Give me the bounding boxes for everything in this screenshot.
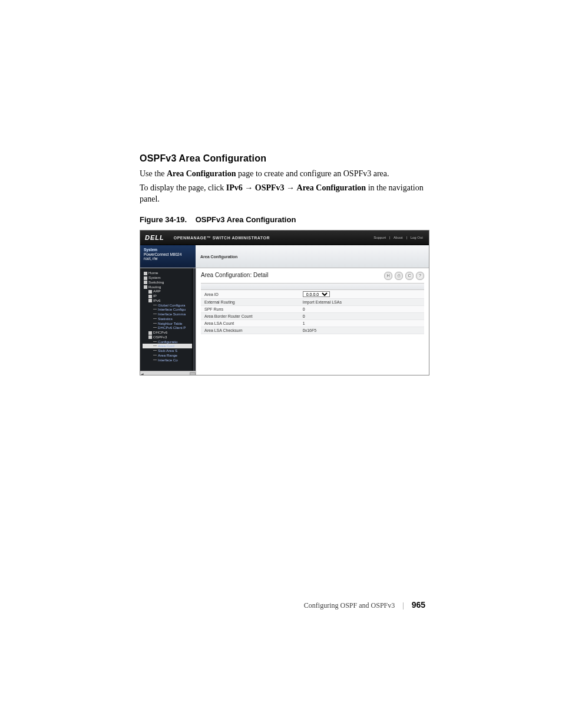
sidebar-item-label: Home — [148, 271, 158, 275]
arrow-icon: → — [285, 183, 297, 192]
tree-leaf-icon — [153, 345, 157, 346]
scroll-right-icon[interactable] — [190, 372, 196, 375]
brand-logo: DELL — [145, 234, 164, 241]
footer-separator: | — [402, 601, 404, 610]
tree-node-icon — [144, 285, 147, 289]
tree-node-icon — [148, 331, 152, 335]
sidebar-item[interactable]: IP — [143, 294, 196, 298]
system-label: System — [144, 248, 192, 252]
sidebar-item[interactable]: Interface Summa — [143, 312, 196, 317]
sidebar-item[interactable]: Switching — [143, 280, 196, 285]
tree-leaf-icon — [153, 327, 157, 328]
page-footer: Configuring OSPF and OSPFv3 | 965 — [0, 600, 562, 610]
figure-caption: Figure 34-19. OSPFv3 Area Configuration — [140, 215, 428, 224]
link-support[interactable]: Support — [373, 236, 386, 239]
sidebar-item-label: DHCPv6 — [153, 330, 167, 334]
row-label: Area LSA Checksum — [201, 327, 299, 334]
row-value: 0.0.0.0 — [299, 290, 424, 299]
area-id-select[interactable]: 0.0.0.0 — [303, 291, 330, 297]
table-row: Area ID0.0.0.0 — [201, 290, 424, 299]
sidebar-item[interactable]: OSPFv3 — [143, 335, 196, 340]
nav-b1: IPv6 — [226, 183, 243, 192]
row-label: Area LSA Count — [201, 320, 299, 327]
sidebar-item-label: Stub Area S — [158, 348, 177, 353]
sidebar-item[interactable]: Stub Area S — [143, 348, 196, 353]
sidebar-item[interactable]: DHCPv6 — [143, 330, 196, 335]
sidebar-item-label: Neighbor Table — [158, 321, 183, 325]
row-label: Area ID — [201, 290, 299, 299]
intro-paragraph: Use the Area Configuration page to creat… — [140, 169, 428, 179]
sidebar-item[interactable]: Configuratio — [143, 340, 196, 344]
refresh-button[interactable]: C — [405, 272, 414, 280]
scroll-left-icon[interactable]: ◀ — [141, 372, 144, 375]
row-value: 0 — [299, 306, 424, 313]
sidebar[interactable]: HomeSystemSwitchingRoutingARPIPIPv6Globa… — [140, 268, 196, 375]
sidebar-item[interactable]: Neighbor Table — [143, 321, 196, 326]
sidebar-item[interactable]: Home — [143, 271, 196, 275]
sidebar-item-label: DHCPv6 Client P — [158, 325, 186, 330]
tree-leaf-icon — [153, 323, 157, 324]
tree-leaf-icon — [153, 314, 157, 314]
sidebar-item[interactable]: Area Conf — [143, 344, 196, 348]
row-value: 1 — [299, 320, 424, 327]
sidebar-item-label: ARP — [153, 289, 161, 293]
breadcrumb-label: Area Configuration — [200, 255, 237, 259]
tree-node-icon — [148, 290, 152, 294]
sidebar-item[interactable]: Routing — [143, 285, 196, 289]
tree-node-icon — [144, 272, 147, 275]
figure-ref: Figure 34-19. — [140, 215, 187, 224]
sidebar-item-label: Configuratio — [158, 340, 177, 344]
intro-bold: Area Configuration — [167, 169, 236, 178]
sidebar-item-label: Routing — [148, 285, 161, 289]
app-topbar: DELL OPENMANAGE™ SWITCH ADMINISTRATOR Su… — [140, 230, 429, 245]
intro-prefix: Use the — [140, 169, 167, 178]
sidebar-item[interactable]: IPv6 — [143, 298, 196, 303]
tree-node-icon — [148, 295, 152, 298]
intro-suffix: page to create and configure an OSPFv3 a… — [236, 169, 389, 178]
row-label: External Routing — [201, 299, 299, 306]
help-button[interactable]: ? — [416, 272, 424, 280]
sidebar-item-label: Interface Summa — [158, 312, 186, 316]
row-label: Area Border Router Count — [201, 313, 299, 320]
link-logout[interactable]: Log Out — [411, 236, 423, 239]
nav-paragraph: To display the page, click IPv6 → OSPFv3… — [140, 183, 428, 205]
sidebar-item-label: IPv6 — [153, 298, 160, 302]
top-links: Support | About | Log Out — [372, 236, 424, 239]
tree-leaf-icon — [153, 309, 157, 309]
sidebar-item-label: Area Range — [158, 353, 177, 357]
link-about[interactable]: About — [394, 236, 403, 239]
sidebar-item[interactable]: Interface Configu — [143, 307, 196, 312]
scrollbar-horizontal[interactable]: ◀ — [140, 371, 196, 375]
sidebar-item-label: Switching — [148, 280, 164, 284]
sidebar-item[interactable]: ARP — [143, 289, 196, 294]
app-title: OPENMANAGE™ SWITCH ADMINISTRATOR — [174, 236, 270, 240]
screenshot: DELL OPENMANAGE™ SWITCH ADMINISTRATOR Su… — [140, 230, 429, 375]
section-heading: OSPFv3 Area Configuration — [140, 153, 428, 164]
sidebar-item[interactable]: Area Range — [143, 353, 196, 358]
table-row: Area LSA Checksum0x16F5 — [201, 327, 424, 334]
user-name: root, r/w — [144, 256, 192, 261]
sidebar-item-label: Interface Configu — [158, 307, 186, 311]
nav-b2: OSPFv3 — [255, 183, 285, 192]
sidebar-item[interactable]: System — [143, 275, 196, 280]
chapter-title: Configuring OSPF and OSPFv3 — [304, 601, 395, 610]
sidebar-item-label: Statistics — [158, 317, 173, 321]
toolbar: H ⎙ C ? — [384, 272, 424, 280]
sidebar-item[interactable]: DHCPv6 Client P — [143, 325, 196, 330]
tree-leaf-icon — [153, 360, 157, 360]
tree-node-icon — [148, 299, 152, 302]
row-value: 0x16F5 — [299, 327, 424, 334]
sidebar-item-label: System — [148, 275, 161, 279]
table-row: Area LSA Count1 — [201, 320, 424, 327]
sidebar-item[interactable]: Global Configura — [143, 303, 196, 308]
figure-title: OSPFv3 Area Configuration — [196, 215, 296, 224]
sidebar-item-label: IP — [153, 294, 157, 298]
print-button[interactable]: ⎙ — [395, 272, 403, 280]
tree-leaf-icon — [153, 341, 157, 342]
tree-node-icon — [144, 276, 147, 280]
main-panel: Area Configuration: Detail H ⎙ C ? Area … — [196, 268, 429, 375]
sidebar-item[interactable]: Statistics — [143, 317, 196, 321]
row-value: 0 — [299, 313, 424, 320]
sidebar-item[interactable]: Interface Co — [143, 358, 196, 363]
save-button[interactable]: H — [384, 272, 392, 280]
